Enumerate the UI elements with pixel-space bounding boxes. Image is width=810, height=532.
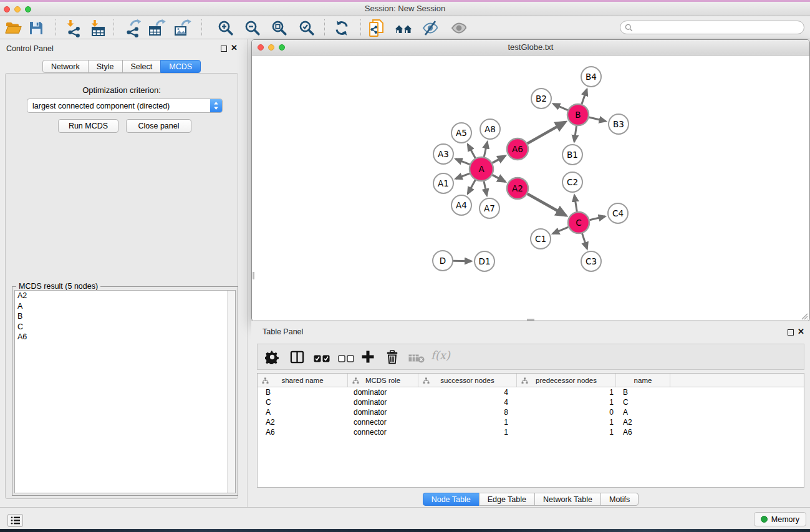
column-header-predecessor-nodes[interactable]: predecessor nodes [517, 374, 616, 387]
close-table-panel-icon[interactable]: ✕ [798, 327, 804, 336]
table-cell[interactable]: 1 [517, 428, 616, 437]
table-cell[interactable]: A2 [616, 418, 670, 427]
export-image-icon[interactable] [173, 19, 192, 37]
zoom-fit-icon[interactable] [270, 19, 289, 37]
tab-network[interactable]: Network [42, 60, 89, 73]
table-row[interactable]: Adominator80A [258, 407, 804, 417]
table-cell[interactable]: dominator [348, 398, 418, 407]
network-canvas[interactable]: B4B2BB3A5A8A6A3B1AA1C2A2A4A7C4CC1C3DD1 [252, 56, 809, 321]
search-box[interactable] [620, 21, 804, 34]
float-table-panel-icon[interactable] [788, 329, 794, 336]
table-cell[interactable]: A6 [616, 428, 670, 437]
graph-edge-B-B2[interactable] [553, 104, 567, 110]
home-icon[interactable] [394, 19, 413, 37]
table-cell[interactable]: 1 [418, 428, 517, 437]
column-header-successor-nodes[interactable]: successor nodes [418, 374, 517, 387]
add-column-icon[interactable] [360, 349, 375, 367]
criterion-dropdown[interactable]: largest connected component (directed) [27, 99, 223, 113]
mcds-result-item[interactable]: A6 [15, 332, 235, 342]
graph-edge-A-A7[interactable] [484, 181, 487, 196]
mcds-result-item[interactable]: A [15, 301, 235, 312]
settings-gear-icon[interactable] [265, 350, 279, 367]
table-cell[interactable]: A6 [258, 428, 348, 437]
table-cell[interactable]: 1 [517, 418, 616, 427]
memory-button[interactable]: Memory [754, 512, 806, 526]
table-row[interactable]: Bdominator41B [258, 387, 804, 397]
run-mcds-button[interactable]: Run MCDS [58, 119, 118, 133]
tab-network-table[interactable]: Network Table [534, 493, 601, 506]
network-from-clipboard-icon[interactable] [367, 19, 386, 37]
column-header-mcds-role[interactable]: MCDS role [348, 374, 418, 387]
close-panel-button[interactable]: Close panel [126, 119, 191, 133]
table-cell[interactable]: B [616, 388, 670, 397]
table-cell[interactable]: 1 [418, 418, 517, 427]
export-network-icon[interactable] [123, 19, 142, 37]
table-row[interactable]: Cdominator41C [258, 397, 804, 407]
graph-edge-B-B3[interactable] [589, 117, 606, 121]
graph-edge-A-A1[interactable] [456, 173, 470, 178]
tab-mcds[interactable]: MCDS [160, 60, 201, 73]
open-session-icon[interactable] [4, 19, 23, 37]
table-cell[interactable]: 4 [418, 388, 517, 397]
tab-style[interactable]: Style [88, 60, 123, 73]
graph-edge-C-C3[interactable] [582, 233, 587, 249]
tab-motifs[interactable]: Motifs [600, 493, 639, 506]
column-layout-icon[interactable] [290, 350, 304, 367]
table-row[interactable]: A2connector11A2 [258, 417, 804, 427]
tab-edge-table[interactable]: Edge Table [479, 493, 535, 506]
zoom-network-window-button[interactable] [279, 44, 285, 51]
tab-select[interactable]: Select [122, 60, 162, 73]
zoom-window-button[interactable] [25, 6, 31, 12]
task-history-button[interactable] [7, 514, 23, 527]
graph-edge-A-A8[interactable] [484, 142, 487, 157]
mcds-result-item[interactable]: A2 [15, 291, 235, 301]
minimize-network-window-button[interactable] [268, 44, 274, 51]
table-cell[interactable]: 1 [517, 388, 616, 397]
table-cell[interactable]: dominator [348, 388, 418, 397]
node-table[interactable]: shared nameMCDS rolesuccessor nodesprede… [257, 373, 804, 488]
table-cell[interactable]: A [616, 408, 670, 417]
float-panel-icon[interactable] [221, 46, 227, 52]
network-window-titlebar[interactable]: testGlobe.txt [252, 40, 809, 56]
zoom-in-icon[interactable] [216, 19, 235, 37]
function-builder-icon[interactable]: f(x) [431, 349, 450, 362]
column-header-shared-name[interactable]: shared name [258, 374, 348, 387]
graph-edge-A-A3[interactable] [456, 159, 470, 165]
graph-edge-C-C2[interactable] [574, 195, 577, 211]
graph-edge-A-A6[interactable] [493, 156, 506, 163]
mcds-result-item[interactable]: C [15, 322, 235, 332]
graph-edge-A-A2[interactable] [493, 175, 505, 181]
mcds-result-item[interactable]: B [15, 311, 235, 322]
table-cell[interactable]: 1 [517, 398, 616, 407]
resize-grip-icon[interactable] [800, 312, 808, 320]
table-cell[interactable]: 4 [418, 398, 517, 407]
table-cell[interactable]: 8 [418, 408, 517, 417]
hide-panels-eye-slash-icon[interactable] [421, 19, 440, 37]
table-cell[interactable]: 0 [517, 408, 616, 417]
graph-edge-B-B4[interactable] [582, 89, 587, 104]
import-table-icon[interactable] [89, 19, 107, 37]
network-graph[interactable]: B4B2BB3A5A8A6A3B1AA1C2A2A4A7C4CC1C3DD1 [252, 56, 809, 321]
panel-divider[interactable] [247, 39, 248, 507]
column-header-name[interactable]: name [616, 374, 670, 387]
show-panels-eye-icon[interactable] [450, 19, 468, 37]
import-network-icon[interactable] [64, 19, 83, 37]
table-cell[interactable]: C [258, 398, 348, 407]
mcds-result-list[interactable]: A2ABCA6 [14, 290, 236, 493]
table-cell[interactable]: A [258, 408, 348, 417]
graph-edge-C-C4[interactable] [590, 216, 605, 220]
close-network-window-button[interactable] [258, 44, 264, 51]
mcds-scrollbar[interactable] [227, 291, 235, 493]
zoom-out-icon[interactable] [243, 19, 262, 37]
graph-edge-A6-B[interactable] [528, 122, 566, 144]
refresh-layout-icon[interactable] [332, 19, 351, 37]
deselect-all-columns-icon[interactable] [338, 354, 354, 365]
tab-node-table[interactable]: Node Table [423, 493, 480, 506]
select-all-columns-icon[interactable] [314, 354, 330, 365]
table-cell[interactable]: B [258, 388, 348, 397]
table-cell[interactable]: connector [348, 418, 418, 427]
zoom-selected-icon[interactable] [297, 19, 316, 37]
save-session-icon[interactable] [27, 19, 46, 37]
horizontal-scroll-thumb[interactable] [527, 319, 534, 321]
vertical-scroll-thumb[interactable] [253, 272, 254, 279]
